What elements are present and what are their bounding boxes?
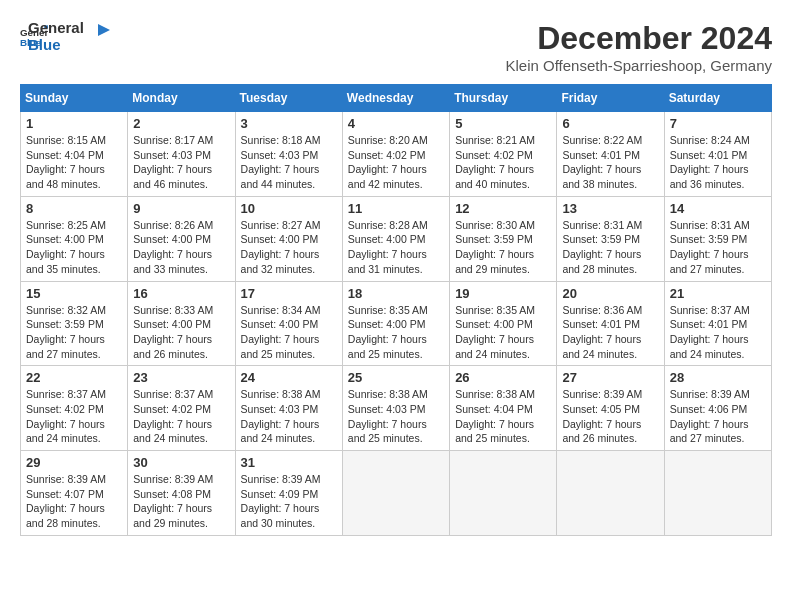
week-row-4: 22Sunrise: 8:37 AMSunset: 4:02 PMDayligh… bbox=[21, 366, 772, 451]
day-detail: Sunrise: 8:33 AMSunset: 4:00 PMDaylight:… bbox=[133, 303, 229, 362]
day-number: 22 bbox=[26, 370, 122, 385]
calendar-cell: 20Sunrise: 8:36 AMSunset: 4:01 PMDayligh… bbox=[557, 281, 664, 366]
calendar-cell: 13Sunrise: 8:31 AMSunset: 3:59 PMDayligh… bbox=[557, 196, 664, 281]
calendar-cell: 7Sunrise: 8:24 AMSunset: 4:01 PMDaylight… bbox=[664, 112, 771, 197]
title-block: December 2024 Klein Offenseth-Sparriesho… bbox=[505, 20, 772, 74]
calendar-cell: 16Sunrise: 8:33 AMSunset: 4:00 PMDayligh… bbox=[128, 281, 235, 366]
day-number: 13 bbox=[562, 201, 658, 216]
week-row-5: 29Sunrise: 8:39 AMSunset: 4:07 PMDayligh… bbox=[21, 451, 772, 536]
calendar-cell: 3Sunrise: 8:18 AMSunset: 4:03 PMDaylight… bbox=[235, 112, 342, 197]
calendar-cell: 26Sunrise: 8:38 AMSunset: 4:04 PMDayligh… bbox=[450, 366, 557, 451]
day-number: 17 bbox=[241, 286, 337, 301]
day-number: 10 bbox=[241, 201, 337, 216]
day-number: 9 bbox=[133, 201, 229, 216]
day-number: 30 bbox=[133, 455, 229, 470]
day-number: 25 bbox=[348, 370, 444, 385]
day-detail: Sunrise: 8:31 AMSunset: 3:59 PMDaylight:… bbox=[670, 218, 766, 277]
day-number: 7 bbox=[670, 116, 766, 131]
day-detail: Sunrise: 8:18 AMSunset: 4:03 PMDaylight:… bbox=[241, 133, 337, 192]
day-number: 28 bbox=[670, 370, 766, 385]
day-number: 1 bbox=[26, 116, 122, 131]
logo-blue: Blue bbox=[28, 37, 84, 54]
day-detail: Sunrise: 8:38 AMSunset: 4:03 PMDaylight:… bbox=[241, 387, 337, 446]
day-detail: Sunrise: 8:22 AMSunset: 4:01 PMDaylight:… bbox=[562, 133, 658, 192]
day-detail: Sunrise: 8:37 AMSunset: 4:02 PMDaylight:… bbox=[26, 387, 122, 446]
day-number: 4 bbox=[348, 116, 444, 131]
calendar-cell: 23Sunrise: 8:37 AMSunset: 4:02 PMDayligh… bbox=[128, 366, 235, 451]
calendar-table: Sunday Monday Tuesday Wednesday Thursday… bbox=[20, 84, 772, 536]
day-number: 23 bbox=[133, 370, 229, 385]
calendar-cell: 27Sunrise: 8:39 AMSunset: 4:05 PMDayligh… bbox=[557, 366, 664, 451]
day-number: 5 bbox=[455, 116, 551, 131]
calendar-cell: 19Sunrise: 8:35 AMSunset: 4:00 PMDayligh… bbox=[450, 281, 557, 366]
month-title: December 2024 bbox=[505, 20, 772, 57]
calendar-cell: 4Sunrise: 8:20 AMSunset: 4:02 PMDaylight… bbox=[342, 112, 449, 197]
calendar-cell: 9Sunrise: 8:26 AMSunset: 4:00 PMDaylight… bbox=[128, 196, 235, 281]
calendar-cell bbox=[342, 451, 449, 536]
day-detail: Sunrise: 8:39 AMSunset: 4:06 PMDaylight:… bbox=[670, 387, 766, 446]
day-detail: Sunrise: 8:25 AMSunset: 4:00 PMDaylight:… bbox=[26, 218, 122, 277]
day-number: 2 bbox=[133, 116, 229, 131]
day-number: 16 bbox=[133, 286, 229, 301]
day-number: 3 bbox=[241, 116, 337, 131]
calendar-cell: 29Sunrise: 8:39 AMSunset: 4:07 PMDayligh… bbox=[21, 451, 128, 536]
week-row-3: 15Sunrise: 8:32 AMSunset: 3:59 PMDayligh… bbox=[21, 281, 772, 366]
day-number: 6 bbox=[562, 116, 658, 131]
day-detail: Sunrise: 8:27 AMSunset: 4:00 PMDaylight:… bbox=[241, 218, 337, 277]
calendar-cell: 22Sunrise: 8:37 AMSunset: 4:02 PMDayligh… bbox=[21, 366, 128, 451]
day-number: 18 bbox=[348, 286, 444, 301]
col-monday: Monday bbox=[128, 85, 235, 112]
day-detail: Sunrise: 8:20 AMSunset: 4:02 PMDaylight:… bbox=[348, 133, 444, 192]
day-detail: Sunrise: 8:39 AMSunset: 4:09 PMDaylight:… bbox=[241, 472, 337, 531]
calendar-cell: 6Sunrise: 8:22 AMSunset: 4:01 PMDaylight… bbox=[557, 112, 664, 197]
day-detail: Sunrise: 8:36 AMSunset: 4:01 PMDaylight:… bbox=[562, 303, 658, 362]
col-sunday: Sunday bbox=[21, 85, 128, 112]
day-detail: Sunrise: 8:37 AMSunset: 4:02 PMDaylight:… bbox=[133, 387, 229, 446]
calendar-cell: 11Sunrise: 8:28 AMSunset: 4:00 PMDayligh… bbox=[342, 196, 449, 281]
day-detail: Sunrise: 8:38 AMSunset: 4:03 PMDaylight:… bbox=[348, 387, 444, 446]
calendar-cell: 10Sunrise: 8:27 AMSunset: 4:00 PMDayligh… bbox=[235, 196, 342, 281]
calendar-cell: 15Sunrise: 8:32 AMSunset: 3:59 PMDayligh… bbox=[21, 281, 128, 366]
day-number: 24 bbox=[241, 370, 337, 385]
col-wednesday: Wednesday bbox=[342, 85, 449, 112]
day-detail: Sunrise: 8:28 AMSunset: 4:00 PMDaylight:… bbox=[348, 218, 444, 277]
calendar-cell: 5Sunrise: 8:21 AMSunset: 4:02 PMDaylight… bbox=[450, 112, 557, 197]
day-number: 15 bbox=[26, 286, 122, 301]
calendar-cell: 12Sunrise: 8:30 AMSunset: 3:59 PMDayligh… bbox=[450, 196, 557, 281]
day-detail: Sunrise: 8:21 AMSunset: 4:02 PMDaylight:… bbox=[455, 133, 551, 192]
calendar-cell bbox=[450, 451, 557, 536]
day-detail: Sunrise: 8:30 AMSunset: 3:59 PMDaylight:… bbox=[455, 218, 551, 277]
col-thursday: Thursday bbox=[450, 85, 557, 112]
week-row-1: 1Sunrise: 8:15 AMSunset: 4:04 PMDaylight… bbox=[21, 112, 772, 197]
day-detail: Sunrise: 8:24 AMSunset: 4:01 PMDaylight:… bbox=[670, 133, 766, 192]
day-detail: Sunrise: 8:37 AMSunset: 4:01 PMDaylight:… bbox=[670, 303, 766, 362]
day-detail: Sunrise: 8:35 AMSunset: 4:00 PMDaylight:… bbox=[348, 303, 444, 362]
calendar-cell: 8Sunrise: 8:25 AMSunset: 4:00 PMDaylight… bbox=[21, 196, 128, 281]
day-detail: Sunrise: 8:26 AMSunset: 4:00 PMDaylight:… bbox=[133, 218, 229, 277]
calendar-cell: 28Sunrise: 8:39 AMSunset: 4:06 PMDayligh… bbox=[664, 366, 771, 451]
day-detail: Sunrise: 8:38 AMSunset: 4:04 PMDaylight:… bbox=[455, 387, 551, 446]
col-tuesday: Tuesday bbox=[235, 85, 342, 112]
day-number: 27 bbox=[562, 370, 658, 385]
calendar-cell: 25Sunrise: 8:38 AMSunset: 4:03 PMDayligh… bbox=[342, 366, 449, 451]
day-detail: Sunrise: 8:39 AMSunset: 4:05 PMDaylight:… bbox=[562, 387, 658, 446]
calendar-cell: 17Sunrise: 8:34 AMSunset: 4:00 PMDayligh… bbox=[235, 281, 342, 366]
page-container: General Blue General Blue December 2024 … bbox=[20, 20, 772, 536]
day-number: 29 bbox=[26, 455, 122, 470]
day-detail: Sunrise: 8:32 AMSunset: 3:59 PMDaylight:… bbox=[26, 303, 122, 362]
day-number: 20 bbox=[562, 286, 658, 301]
day-detail: Sunrise: 8:34 AMSunset: 4:00 PMDaylight:… bbox=[241, 303, 337, 362]
day-number: 26 bbox=[455, 370, 551, 385]
day-number: 21 bbox=[670, 286, 766, 301]
day-number: 12 bbox=[455, 201, 551, 216]
day-number: 11 bbox=[348, 201, 444, 216]
col-saturday: Saturday bbox=[664, 85, 771, 112]
calendar-cell: 18Sunrise: 8:35 AMSunset: 4:00 PMDayligh… bbox=[342, 281, 449, 366]
header: General Blue General Blue December 2024 … bbox=[20, 20, 772, 74]
day-detail: Sunrise: 8:39 AMSunset: 4:08 PMDaylight:… bbox=[133, 472, 229, 531]
header-row: Sunday Monday Tuesday Wednesday Thursday… bbox=[21, 85, 772, 112]
day-detail: Sunrise: 8:15 AMSunset: 4:04 PMDaylight:… bbox=[26, 133, 122, 192]
day-detail: Sunrise: 8:31 AMSunset: 3:59 PMDaylight:… bbox=[562, 218, 658, 277]
calendar-cell: 2Sunrise: 8:17 AMSunset: 4:03 PMDaylight… bbox=[128, 112, 235, 197]
calendar-cell: 30Sunrise: 8:39 AMSunset: 4:08 PMDayligh… bbox=[128, 451, 235, 536]
